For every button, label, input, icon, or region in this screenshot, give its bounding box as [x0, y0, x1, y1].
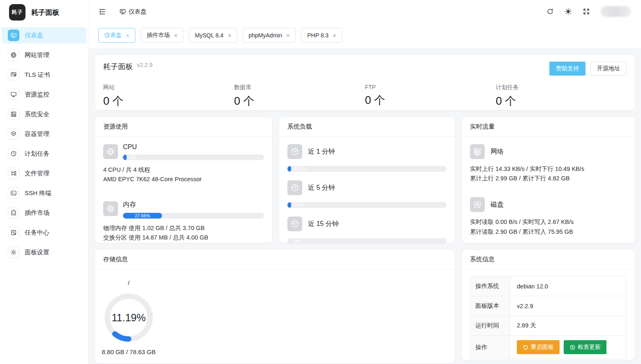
panel-title: 耗子面板	[103, 62, 133, 71]
close-icon[interactable]	[174, 33, 178, 38]
load-5min-percent: 0.5%	[294, 202, 304, 208]
sidebar-item-websites[interactable]: 网站管理	[2, 47, 86, 63]
system-info-card: 系统信息 操作系统 debian 12.0 面板版本 v2.2.9 运行时间 2	[461, 249, 635, 360]
refresh-icon[interactable]	[546, 8, 554, 15]
mount-point-label: /	[128, 279, 130, 286]
card-title: 资源使用	[95, 117, 272, 137]
tab-label: MySQL 8.4	[195, 32, 224, 39]
sidebar-item-plugins[interactable]: 插件市场	[2, 205, 86, 221]
globe-icon	[8, 49, 19, 61]
load-15min-header: 近 15 分钟	[287, 217, 447, 231]
sidebar-item-ssh[interactable]: SSH 终端	[2, 185, 86, 201]
stat-databases: 数据库 0 个	[234, 84, 365, 108]
cpu-threads-line: 4 CPU / 共 4 线程	[103, 165, 264, 175]
breadcrumb[interactable]: 仪表盘	[117, 8, 147, 16]
cpu-progress-fill	[123, 154, 127, 160]
close-icon[interactable]	[227, 33, 232, 38]
tab-label: 仪表盘	[104, 32, 122, 39]
sidebar-item-files[interactable]: 文件管理	[2, 165, 86, 182]
os-label: 操作系统	[470, 276, 510, 296]
network-header: 网络	[470, 144, 627, 159]
user-menu[interactable]	[601, 6, 631, 17]
cpu-title: CPU	[123, 143, 264, 151]
tab-plugins[interactable]: 插件市场	[141, 28, 183, 43]
sidebar-item-tasks[interactable]: 任务中心	[2, 224, 86, 241]
cpu-model-line: AMD EPYC 7K62 48-Core Processor	[103, 175, 264, 184]
fullscreen-icon[interactable]	[583, 8, 590, 15]
sidebar-item-label: 文件管理	[25, 170, 49, 177]
gauge-icon	[287, 144, 302, 159]
panel-version: v2.2.9	[137, 62, 153, 68]
traffic-card: 实时流量 网络 实时上行 14.33 KB/s / 实时下行 10.49 KB/…	[461, 117, 635, 243]
load-1min-fill	[287, 166, 291, 172]
system-info-table: 操作系统 debian 12.0 面板版本 v2.2.9 运行时间 2.89 天	[470, 276, 627, 359]
memory-chip-icon	[103, 201, 118, 216]
disk-title: 磁盘	[491, 200, 504, 209]
tab-mysql[interactable]: MySQL 8.4	[189, 28, 237, 43]
topbar-actions	[546, 6, 631, 17]
source-button[interactable]: 开源地址	[590, 62, 627, 76]
tab-phpmyadmin[interactable]: phpMyAdmin	[243, 28, 296, 43]
resource-usage-card: 资源使用 64 CPU 1%	[95, 117, 273, 243]
table-row: 操作 重启面板 检查更新	[470, 336, 626, 359]
tab-label: PHP 8.3	[307, 32, 329, 39]
sidebar-item-label: 计划任务	[25, 150, 49, 158]
sidebar-item-label: 系统安全	[25, 111, 49, 118]
app-title: 耗子面板	[31, 8, 59, 17]
close-icon[interactable]	[286, 33, 290, 38]
clock-icon	[8, 148, 19, 159]
donut-chart: 11.19%	[103, 292, 154, 343]
uptime-label: 运行时间	[470, 316, 510, 335]
content-area: 耗子面板 v2.2.9 赞助支持 开源地址 网站 0 个 数据库 0 个	[88, 48, 641, 364]
menu-fold-icon[interactable]	[98, 8, 106, 16]
dashboard-breadcrumb-icon	[119, 8, 126, 15]
memory-title: 内存	[123, 200, 264, 209]
gauge-icon	[287, 217, 302, 231]
task-list-icon	[8, 227, 19, 238]
tab-php[interactable]: PHP 8.3	[301, 28, 342, 43]
stat-value: 0 个	[103, 94, 234, 108]
cpu-block: 64 CPU 1%	[103, 144, 264, 160]
tab-strip: 仪表盘 插件市场 MySQL 8.4 phpMyAdmin PHP 8.3	[88, 23, 641, 48]
disk-percent-label: 11.19%	[103, 292, 154, 343]
stat-value: 0 个	[234, 94, 365, 108]
close-icon[interactable]	[332, 33, 337, 38]
update-button-label: 检查更新	[578, 343, 601, 351]
card-title: 系统负载	[279, 117, 455, 137]
disk-details: 实时读取 0.00 B/s / 实时写入 2.67 KB/s 累计读取 2.90…	[470, 217, 627, 236]
restart-button-label: 重启面板	[531, 343, 554, 351]
cpu-percent-label: 1%	[130, 154, 136, 160]
sidebar-item-label: TLS 证书	[25, 71, 50, 79]
stat-label: FTP	[365, 84, 496, 90]
overview-card: 耗子面板 v2.2.9 赞助支持 开源地址 网站 0 个 数据库 0 个	[95, 55, 635, 111]
load-5min-label: 近 5 分钟	[308, 184, 335, 192]
sidebar-item-tls-certs[interactable]: TLS 证书	[2, 67, 86, 83]
check-update-button[interactable]: 检查更新	[564, 340, 606, 354]
memory-block: 内存 27.65%	[103, 201, 264, 219]
restart-panel-button[interactable]: 重启面板	[517, 340, 560, 354]
sidebar-nav: 仪表盘 网站管理 TLS 证书 资源监控	[0, 25, 88, 260]
sidebar-item-monitoring[interactable]: 资源监控	[2, 86, 86, 103]
sidebar-item-cron[interactable]: 计划任务	[2, 145, 86, 162]
sidebar-item-label: 资源监控	[25, 91, 49, 99]
memory-swap-line: 交换分区 使用 14.87 MB / 总共 4.00 GB	[103, 233, 264, 242]
main-area: 仪表盘 仪表盘 插件市场	[88, 0, 641, 364]
close-icon[interactable]	[125, 33, 130, 38]
sidebar-item-settings[interactable]: 面板设置	[2, 244, 86, 260]
logo-text: 耗子	[12, 9, 23, 16]
disk-realtime-line: 实时读取 0.00 B/s / 实时写入 2.67 KB/s	[470, 217, 627, 227]
memory-progress-bar: 27.65%	[123, 213, 264, 219]
sidebar-item-dashboard[interactable]: 仪表盘	[2, 27, 86, 44]
tab-dashboard[interactable]: 仪表盘	[98, 28, 135, 43]
sidebar-item-label: 任务中心	[25, 229, 49, 237]
stat-ftp: FTP 0 个	[365, 84, 496, 108]
sponsor-button[interactable]: 赞助支持	[549, 62, 585, 76]
load-1min-label: 近 1 分钟	[308, 147, 335, 156]
network-total-line: 累计上行 2.99 GB / 累计下行 4.82 GB	[470, 174, 627, 183]
sidebar-item-security[interactable]: 系统安全	[2, 106, 86, 122]
sidebar-item-containers[interactable]: 容器管理	[2, 126, 86, 142]
cpu-chip-icon: 64	[103, 144, 118, 159]
sidebar: 耗子 耗子面板 仪表盘 网站管理 TLS 证书	[0, 0, 88, 364]
theme-sun-icon[interactable]	[565, 8, 572, 15]
memory-percent-label: 27.65%	[135, 213, 150, 218]
